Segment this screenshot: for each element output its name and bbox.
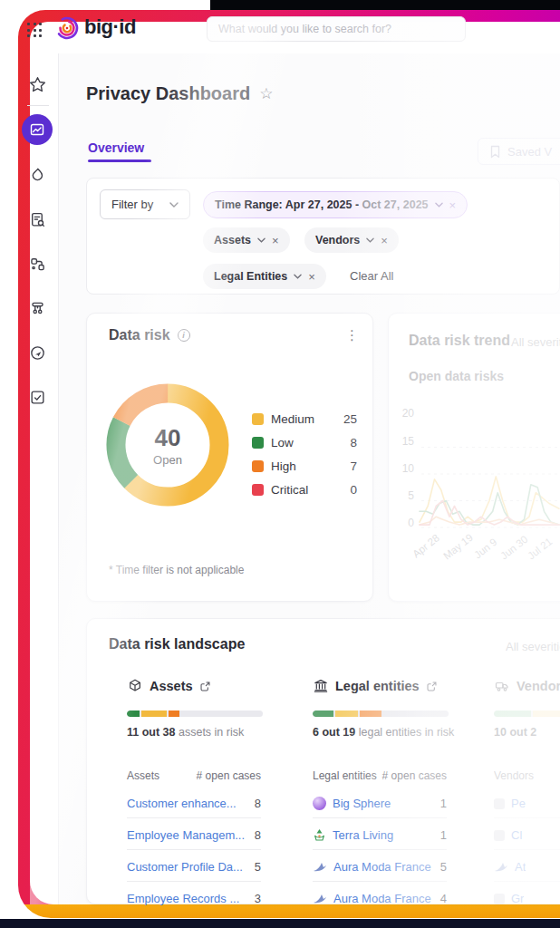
global-search-input[interactable]: What would you like to search for?: [207, 16, 466, 42]
x-tick: Jun 9: [472, 536, 499, 561]
info-icon[interactable]: i: [178, 329, 190, 342]
table-row[interactable]: At: [494, 860, 560, 874]
tab-overview-underline: [88, 160, 151, 162]
vendor-link[interactable]: Pe: [511, 797, 526, 810]
vendors-filter-chip[interactable]: Vendors ×: [304, 227, 399, 253]
legend-item[interactable]: Low 8: [252, 436, 357, 450]
asset-cube-icon: [127, 678, 143, 694]
y-tick: 20: [392, 407, 414, 420]
legend-item[interactable]: High 7: [252, 459, 357, 473]
close-icon[interactable]: ×: [272, 234, 279, 247]
sidebar-item-catalog[interactable]: [28, 210, 46, 228]
table-row[interactable]: Aura Moda France 4: [313, 892, 447, 905]
globe-pointer-icon: [29, 344, 46, 362]
card-menu-icon[interactable]: ⋮: [345, 327, 359, 343]
column-label: Vendors: [517, 679, 560, 693]
sidebar-item-risk[interactable]: [28, 166, 46, 184]
close-icon[interactable]: ×: [449, 198, 457, 212]
vendor-link[interactable]: Gr: [511, 892, 524, 905]
document-search-icon: [29, 211, 46, 228]
table-row[interactable]: Big Sphere 1: [313, 797, 447, 810]
entity-link[interactable]: Aura Moda France: [333, 892, 431, 905]
vendor-link[interactable]: At: [515, 860, 526, 874]
row-divider: [494, 817, 560, 818]
row-divider: [127, 817, 261, 818]
close-icon[interactable]: ×: [381, 234, 388, 247]
time-filter-footnote: * Time filter is not applicable: [109, 564, 244, 576]
sidebar-item-correlation[interactable]: [28, 255, 46, 273]
saved-views-button[interactable]: Saved V: [478, 138, 560, 165]
vendors-column-header: Vendors: [494, 678, 560, 694]
row-divider: [313, 881, 447, 882]
asset-link[interactable]: Employee Managem...: [127, 828, 245, 842]
table-row[interactable]: Customer Profile Da...5: [127, 860, 261, 874]
sidebar-item-favorites[interactable]: [28, 75, 46, 93]
bookmark-icon: [489, 145, 501, 159]
vendor-link[interactable]: Cl: [511, 828, 522, 842]
sidebar-item-data-flows[interactable]: [28, 299, 46, 317]
vendors-risk-stat: 10 out 2: [494, 726, 536, 739]
asset-link[interactable]: Customer Profile Da...: [127, 860, 243, 874]
donut-legend: Medium 25 Low 8 High 7 Critical 0: [252, 412, 357, 497]
assets-filter-chip[interactable]: Assets ×: [203, 227, 290, 253]
col-header: Vendors: [494, 769, 534, 782]
close-icon[interactable]: ×: [308, 270, 315, 284]
chevron-down-icon[interactable]: [257, 237, 266, 243]
entity-link[interactable]: Big Sphere: [333, 797, 391, 810]
stat-strong: 11 out 38: [127, 726, 176, 739]
open-risks-label: Open: [105, 453, 230, 467]
trend-line-chart[interactable]: [416, 391, 560, 536]
table-row[interactable]: Employee Managem...8: [127, 828, 261, 842]
legal-entities-filter-chip[interactable]: Legal Entities ×: [203, 264, 326, 289]
legend-label: Critical: [271, 483, 308, 497]
assets-risk-stat: 11 out 38 assets in risk: [127, 726, 244, 739]
row-divider: [494, 881, 560, 882]
landscape-severity-dropdown[interactable]: All severities: [506, 640, 560, 653]
table-row[interactable]: Pe: [494, 797, 560, 810]
sidebar-item-tasks[interactable]: [28, 388, 46, 406]
fingerprint-logo-icon: [54, 14, 80, 41]
table-row[interactable]: Aura Moda France 5: [313, 860, 447, 874]
entity-link[interactable]: Aura Moda France: [333, 860, 431, 874]
table-row[interactable]: Gr: [494, 892, 560, 905]
case-count: 5: [435, 860, 447, 874]
favorite-star-icon[interactable]: ☆: [259, 84, 273, 103]
sidebar-item-dashboard-active[interactable]: [22, 114, 53, 145]
filter-by-button[interactable]: Filter by: [100, 189, 190, 219]
table-row[interactable]: Terra Living 1: [313, 828, 447, 842]
legal-entities-table-header: Legal entities # open cases: [313, 769, 447, 782]
table-row[interactable]: Customer enhance...8: [127, 797, 261, 810]
table-row[interactable]: Employee Records ...3: [127, 892, 261, 905]
trend-severity-dropdown[interactable]: All severities: [511, 335, 560, 349]
row-divider: [313, 849, 447, 850]
x-tick: Jul 21: [526, 536, 555, 561]
bigid-logo[interactable]: big·id: [54, 14, 136, 41]
assets-table-header: Assets # open cases: [127, 769, 261, 782]
legend-item[interactable]: Critical 0: [252, 483, 357, 497]
entity-link[interactable]: Terra Living: [333, 828, 393, 842]
chevron-down-icon[interactable]: [435, 202, 443, 208]
vendors-risk-bar: [494, 710, 560, 717]
search-placeholder: What would you like to search for?: [218, 23, 391, 35]
time-range-chip[interactable]: Time Range: Apr 27, 2025 - Oct 27, 2025 …: [203, 191, 468, 218]
table-row[interactable]: Cl: [494, 828, 560, 842]
external-link-icon[interactable]: [199, 681, 211, 692]
x-tick: Apr 28: [410, 532, 441, 559]
stat-strong: 6 out 19: [313, 726, 355, 739]
asset-link[interactable]: Employee Records ...: [127, 892, 239, 905]
chevron-down-icon[interactable]: [366, 237, 374, 243]
star-icon: [29, 76, 46, 93]
clear-all-button[interactable]: Clear All: [350, 269, 393, 283]
legend-value: 0: [350, 483, 357, 497]
stat-rest: assets in risk: [176, 726, 245, 739]
chevron-down-icon[interactable]: [294, 274, 302, 279]
tab-overview[interactable]: Overview: [88, 140, 144, 155]
external-link-icon[interactable]: [426, 681, 438, 692]
legend-item[interactable]: Medium 25: [252, 412, 357, 426]
asset-link[interactable]: Customer enhance...: [127, 797, 237, 810]
app-launcher-icon[interactable]: [27, 23, 43, 38]
vendor-logo: [494, 894, 505, 904]
y-tick: 15: [392, 435, 414, 448]
sidebar-item-discovery[interactable]: [28, 343, 46, 362]
sidebar-separator: [27, 105, 49, 106]
